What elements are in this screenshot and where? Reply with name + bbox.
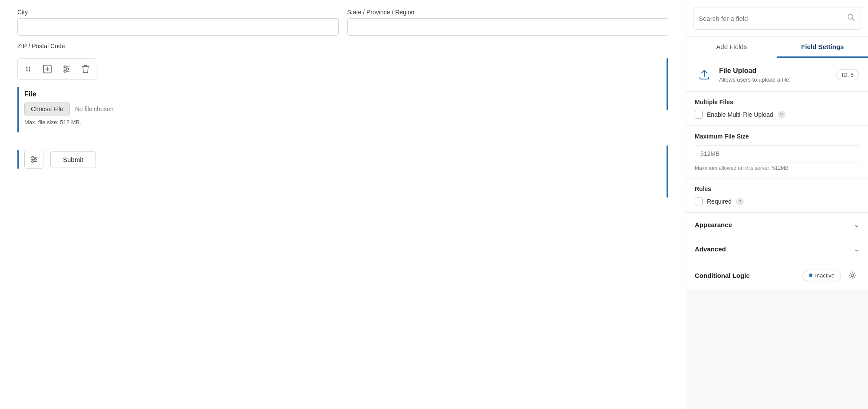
- rules-section: Rules Required ?: [686, 178, 868, 213]
- required-checkbox[interactable]: [695, 198, 703, 205]
- max-file-size-hint: Maximum allowed on this server: 512MB: [695, 165, 859, 171]
- submit-button[interactable]: Submit: [50, 151, 96, 168]
- conditional-logic-title: Conditional Logic: [695, 272, 750, 279]
- field-title: File Upload: [719, 67, 791, 75]
- tabs-row: Add Fields Field Settings: [686, 37, 868, 58]
- inactive-dot: [809, 274, 812, 277]
- svg-point-4: [26, 70, 28, 72]
- max-file-size-section: Maximum File Size Maximum allowed on thi…: [686, 126, 868, 178]
- tab-field-settings[interactable]: Field Settings: [777, 37, 868, 58]
- multiple-files-title: Multiple Files: [695, 99, 859, 106]
- multi-file-label: Enable Multi-File Upload: [707, 111, 773, 118]
- zip-label: ZIP / Postal Code: [17, 43, 165, 49]
- appearance-section: Appearance ⌄: [686, 213, 868, 237]
- required-help-icon[interactable]: ?: [736, 198, 744, 205]
- svg-point-19: [34, 158, 36, 160]
- appearance-header[interactable]: Appearance ⌄: [686, 213, 868, 237]
- advanced-chevron-icon: ⌄: [854, 245, 859, 253]
- conditional-logic-right: Inactive: [802, 268, 859, 282]
- field-toolbar: [17, 58, 96, 80]
- upload-icon: [695, 65, 714, 84]
- conditional-logic-row: Conditional Logic Inactive: [686, 261, 868, 289]
- svg-point-2: [26, 69, 28, 70]
- svg-point-5: [29, 70, 30, 72]
- max-file-size-title: Maximum File Size: [695, 133, 859, 140]
- state-input[interactable]: [347, 18, 669, 36]
- svg-point-3: [29, 69, 30, 70]
- field-description: Allows users to upload a file.: [719, 76, 791, 83]
- max-file-size-input[interactable]: [695, 145, 859, 162]
- search-icon: [847, 13, 855, 24]
- drag-handle-btn[interactable]: [20, 60, 37, 78]
- state-label: State / Province / Region: [347, 9, 669, 16]
- svg-point-12: [64, 66, 66, 68]
- rules-title: Rules: [695, 185, 859, 192]
- field-vertical-bar: [667, 58, 668, 110]
- city-input[interactable]: [17, 18, 339, 36]
- svg-point-0: [26, 67, 28, 68]
- svg-point-18: [32, 156, 33, 158]
- field-info-text: File Upload Allows users to upload a fil…: [719, 67, 791, 83]
- right-panel: Add Fields Field Settings File Upload Al…: [686, 0, 868, 409]
- file-field-label: File: [24, 90, 668, 98]
- delete-btn[interactable]: [77, 60, 94, 78]
- svg-line-22: [852, 19, 855, 21]
- search-container: [686, 0, 868, 37]
- inactive-label: Inactive: [815, 272, 835, 279]
- svg-point-13: [67, 68, 69, 70]
- multi-file-checkbox[interactable]: [695, 111, 703, 119]
- svg-point-23: [851, 274, 854, 277]
- id-badge: ID: 5: [836, 69, 859, 80]
- submit-left-bar: [17, 150, 19, 169]
- svg-point-21: [848, 14, 853, 19]
- svg-point-14: [64, 70, 66, 73]
- tab-add-fields[interactable]: Add Fields: [686, 37, 777, 58]
- choose-file-button[interactable]: Choose File: [24, 102, 70, 115]
- multi-file-help-icon[interactable]: ?: [778, 111, 785, 119]
- svg-point-1: [29, 67, 30, 68]
- no-file-text: No file chosen: [75, 106, 114, 112]
- search-input[interactable]: [699, 15, 847, 22]
- appearance-chevron-icon: ⌄: [854, 221, 859, 229]
- svg-point-20: [32, 161, 33, 162]
- add-field-btn[interactable]: [39, 60, 56, 78]
- submit-settings-button[interactable]: [24, 150, 43, 169]
- advanced-header[interactable]: Advanced ⌄: [686, 237, 868, 261]
- conditional-logic-gear-button[interactable]: [845, 268, 859, 282]
- multiple-files-section: Multiple Files Enable Multi-File Upload …: [686, 92, 868, 126]
- submit-right-bar: [667, 145, 668, 198]
- field-info-row: File Upload Allows users to upload a fil…: [686, 58, 868, 92]
- city-label: City: [17, 9, 339, 16]
- max-file-size-text: Max. file size: 512 MB.: [24, 119, 668, 125]
- settings-btn[interactable]: [58, 60, 75, 78]
- inactive-badge[interactable]: Inactive: [802, 270, 841, 281]
- appearance-title: Appearance: [695, 221, 732, 228]
- advanced-section: Advanced ⌄: [686, 237, 868, 261]
- required-label: Required: [707, 198, 732, 205]
- advanced-title: Advanced: [695, 245, 726, 253]
